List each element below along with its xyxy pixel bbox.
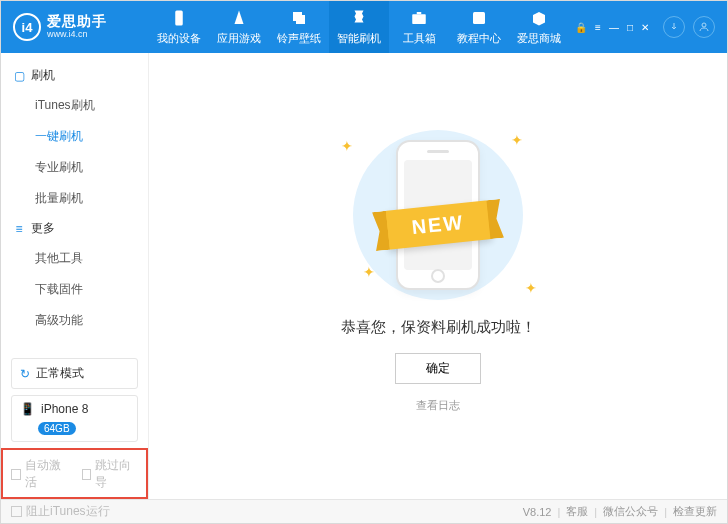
sidebar: ▢刷机iTunes刷机一键刷机专业刷机批量刷机≡更多其他工具下载固件高级功能 ↻…	[1, 53, 149, 499]
logo-text: 爱思助手 www.i4.cn	[47, 14, 107, 39]
flash-options-row: 自动激活 跳过向导	[1, 448, 148, 499]
header-tab[interactable]: 智能刷机	[329, 1, 389, 53]
tab-label: 应用游戏	[217, 31, 261, 46]
ok-button[interactable]: 确定	[395, 353, 481, 384]
tab-icon	[230, 9, 248, 27]
header-tab[interactable]: 工具箱	[389, 1, 449, 53]
support-link[interactable]: 客服	[566, 504, 588, 519]
close-icon[interactable]: ✕	[641, 22, 649, 33]
footer-left: 阻止iTunes运行	[11, 503, 110, 520]
header-tab[interactable]: 铃声壁纸	[269, 1, 329, 53]
sparkle-icon: ✦	[341, 138, 353, 154]
settings-icon[interactable]: ≡	[595, 22, 601, 33]
skip-guide-checkbox[interactable]: 跳过向导	[82, 457, 139, 491]
tab-icon	[530, 9, 548, 27]
svg-rect-2	[417, 12, 422, 14]
brand-name: 爱思助手	[47, 14, 107, 29]
header-right: 🔒 ≡ — □ ✕	[575, 16, 727, 38]
tab-label: 教程中心	[457, 31, 501, 46]
sparkle-icon: ✦	[511, 132, 523, 148]
brand-url: www.i4.cn	[47, 30, 107, 40]
header-tab[interactable]: 爱思商城	[509, 1, 569, 53]
maximize-icon[interactable]: □	[627, 22, 633, 33]
svg-rect-1	[412, 14, 426, 24]
version-label: V8.12	[523, 506, 552, 518]
tab-icon	[290, 9, 308, 27]
user-icon[interactable]	[693, 16, 715, 38]
window-controls: 🔒 ≡ — □ ✕	[575, 22, 649, 33]
device-name: iPhone 8	[41, 402, 88, 416]
logo-icon: i4	[13, 13, 41, 41]
tab-icon	[470, 9, 488, 27]
sidebar-section-title: ▢刷机	[1, 61, 148, 90]
svg-rect-3	[473, 12, 485, 24]
block-itunes-label: 阻止iTunes运行	[26, 503, 110, 520]
separator: |	[664, 506, 667, 518]
mode-label: 正常模式	[36, 365, 84, 382]
phone-icon: 📱	[20, 402, 35, 416]
wechat-link[interactable]: 微信公众号	[603, 504, 658, 519]
app-window: i4 爱思助手 www.i4.cn 我的设备应用游戏铃声壁纸智能刷机工具箱教程中…	[0, 0, 728, 524]
footer-right: V8.12 | 客服 | 微信公众号 | 检查更新	[523, 504, 717, 519]
sidebar-item[interactable]: 下载固件	[35, 274, 148, 305]
header-tab[interactable]: 教程中心	[449, 1, 509, 53]
header-tabs: 我的设备应用游戏铃声壁纸智能刷机工具箱教程中心爱思商城	[149, 1, 575, 53]
separator: |	[594, 506, 597, 518]
lock-icon[interactable]: 🔒	[575, 22, 587, 33]
success-message: 恭喜您，保资料刷机成功啦！	[341, 318, 536, 337]
tab-label: 我的设备	[157, 31, 201, 46]
sparkle-icon: ✦	[525, 280, 537, 296]
tab-label: 工具箱	[403, 31, 436, 46]
skip-guide-label: 跳过向导	[95, 457, 138, 491]
separator: |	[557, 506, 560, 518]
mode-icon: ↻	[20, 367, 30, 381]
svg-point-4	[702, 23, 706, 27]
sidebar-items: 其他工具下载固件高级功能	[1, 243, 148, 336]
auto-activate-label: 自动激活	[25, 457, 68, 491]
main-content: ✦ ✦ ✦ ✦ NEW 恭喜您，保资料刷机成功啦！ 确定 查看日志	[149, 53, 727, 499]
sidebar-item[interactable]: 批量刷机	[35, 183, 148, 214]
check-update-link[interactable]: 检查更新	[673, 504, 717, 519]
tab-label: 爱思商城	[517, 31, 561, 46]
device-box[interactable]: 📱 iPhone 8 64GB	[11, 395, 138, 442]
download-icon[interactable]	[663, 16, 685, 38]
section-label: 刷机	[31, 67, 55, 84]
tab-icon	[170, 9, 188, 27]
sidebar-lower: ↻ 正常模式 📱 iPhone 8 64GB 自动激活 跳过向导	[1, 352, 148, 499]
sidebar-section-title: ≡更多	[1, 214, 148, 243]
section-icon: ≡	[13, 222, 25, 236]
auto-activate-checkbox[interactable]: 自动激活	[11, 457, 68, 491]
logo-block: i4 爱思助手 www.i4.cn	[1, 13, 149, 41]
header-tab[interactable]: 应用游戏	[209, 1, 269, 53]
block-itunes-checkbox[interactable]: 阻止iTunes运行	[11, 503, 110, 520]
sidebar-item[interactable]: 高级功能	[35, 305, 148, 336]
sidebar-item[interactable]: 专业刷机	[35, 152, 148, 183]
body: ▢刷机iTunes刷机一键刷机专业刷机批量刷机≡更多其他工具下载固件高级功能 ↻…	[1, 53, 727, 499]
tab-label: 铃声壁纸	[277, 31, 321, 46]
header: i4 爱思助手 www.i4.cn 我的设备应用游戏铃声壁纸智能刷机工具箱教程中…	[1, 1, 727, 53]
tab-icon	[350, 9, 368, 27]
sparkle-icon: ✦	[363, 264, 375, 280]
sidebar-item[interactable]: 其他工具	[35, 243, 148, 274]
footer: 阻止iTunes运行 V8.12 | 客服 | 微信公众号 | 检查更新	[1, 499, 727, 523]
section-label: 更多	[31, 220, 55, 237]
sidebar-items: iTunes刷机一键刷机专业刷机批量刷机	[1, 90, 148, 214]
section-icon: ▢	[13, 69, 25, 83]
tab-icon	[410, 9, 428, 27]
view-log-link[interactable]: 查看日志	[416, 398, 460, 413]
sidebar-item[interactable]: iTunes刷机	[35, 90, 148, 121]
hero-illustration: ✦ ✦ ✦ ✦ NEW	[333, 130, 543, 300]
mode-box[interactable]: ↻ 正常模式	[11, 358, 138, 389]
header-tab[interactable]: 我的设备	[149, 1, 209, 53]
storage-badge: 64GB	[38, 422, 76, 435]
svg-rect-0	[175, 10, 183, 25]
sidebar-item[interactable]: 一键刷机	[35, 121, 148, 152]
tab-label: 智能刷机	[337, 31, 381, 46]
minimize-icon[interactable]: —	[609, 22, 619, 33]
